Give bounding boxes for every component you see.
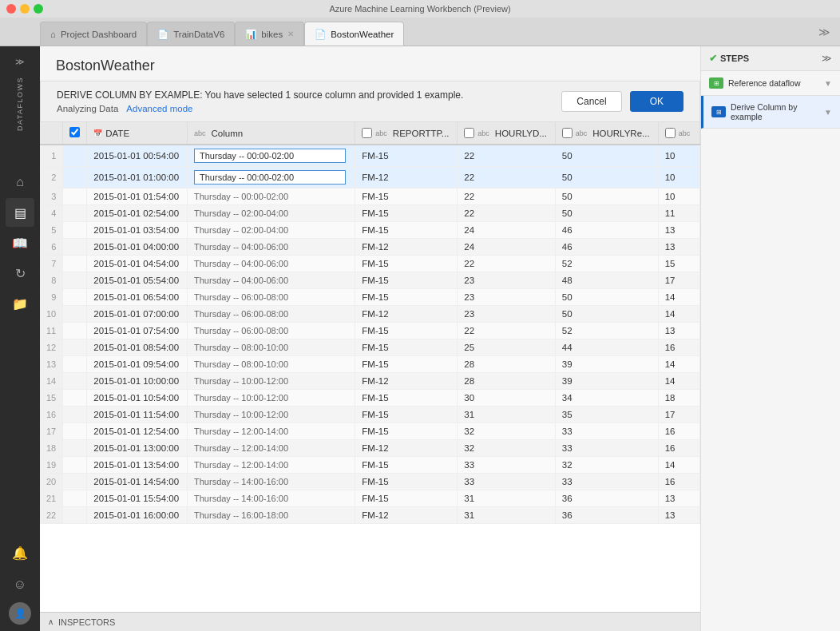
row-number: 2 — [40, 167, 63, 189]
tab-train-data-v6[interactable]: 📄 TrainDataV6 — [147, 22, 235, 46]
tab-boston-weather[interactable]: 📄 BostonWeather — [304, 22, 404, 46]
hourlyre-checkbox[interactable] — [562, 128, 573, 138]
advanced-mode-link[interactable]: Advanced mode — [126, 104, 192, 113]
cell-hourlyre: 50 — [555, 167, 658, 189]
col6-header: abc — [658, 122, 699, 145]
table-row: 222015-01-01 16:00:00Thursday -- 16:00-1… — [40, 507, 700, 524]
cell-reporttp: FM-15 — [355, 339, 458, 356]
table-row: 32015-01-01 01:54:00Thursday -- 00:00-02… — [40, 189, 700, 205]
table-row: 212015-01-01 15:54:00Thursday -- 14:00-1… — [40, 490, 700, 507]
cell-hourlyre: 34 — [555, 390, 658, 407]
sidebar-icon-book[interactable]: 📖 — [6, 228, 34, 257]
cell-date: 2015-01-01 07:00:00 — [87, 306, 188, 323]
sidebar-icon-layers[interactable]: ▤ — [6, 198, 34, 227]
sidebar-icon-home[interactable]: ⌂ — [6, 168, 34, 196]
dataflows-label: DATAFLOWS — [16, 77, 24, 131]
cell-hourlyre: 44 — [555, 339, 658, 356]
cell-column: Thursday -- 08:00-10:00 — [188, 356, 355, 373]
sidebar-icon-history[interactable]: ↻ — [6, 259, 34, 288]
sidebar-icon-bell[interactable]: 🔔 — [6, 538, 34, 567]
cell-col6: 16 — [658, 440, 699, 457]
cell-col6: 10 — [658, 145, 699, 167]
tab-bikes[interactable]: 📊 bikes ✕ — [235, 22, 304, 46]
cell-date: 2015-01-01 02:54:00 — [87, 205, 188, 222]
cell-reporttp: FM-15 — [355, 272, 458, 289]
row-number: 22 — [40, 507, 63, 524]
column-text: Thursday -- 08:00-10:00 — [194, 359, 288, 369]
cell-date: 2015-01-01 03:54:00 — [87, 222, 188, 239]
row-number: 13 — [40, 356, 63, 373]
collapse-tabs-button[interactable]: ≫ — [812, 26, 837, 38]
cell-reporttp: FM-15 — [355, 457, 458, 474]
inspectors-label: INSPECTORS — [58, 617, 115, 627]
close-icon[interactable]: ✕ — [287, 30, 294, 38]
traffic-lights — [6, 4, 43, 14]
step-derive-column[interactable]: ⊞ Derive Column by example ▼ — [701, 96, 840, 129]
cell-hourlyre: 36 — [555, 507, 658, 524]
cell-date: 2015-01-01 04:54:00 — [87, 256, 188, 272]
cell-column: Thursday -- 10:00-12:00 — [188, 390, 355, 407]
cell-hourlyd: 22 — [458, 189, 555, 205]
row-number: 21 — [40, 490, 63, 507]
table-row: 122015-01-01 08:54:00Thursday -- 08:00-1… — [40, 339, 700, 356]
step-derive-column-dropdown[interactable]: ▼ — [824, 108, 832, 117]
column-input-field[interactable] — [194, 170, 346, 185]
cell-column[interactable] — [188, 145, 355, 167]
sidebar-icon-file[interactable]: 📁 — [6, 289, 34, 318]
cell-col6: 14 — [658, 306, 699, 323]
cell-reporttp: FM-12 — [355, 167, 458, 189]
inspectors-bar: ∧ INSPECTORS — [40, 612, 700, 631]
row-number: 12 — [40, 339, 63, 356]
step-ref-dataflow-dropdown[interactable]: ▼ — [824, 79, 832, 88]
row-number: 16 — [40, 407, 63, 423]
row-number: 8 — [40, 272, 63, 289]
cell-date: 2015-01-01 06:54:00 — [87, 289, 188, 306]
sidebar-icon-smiley[interactable]: ☺ — [6, 570, 34, 599]
maximize-button[interactable] — [34, 4, 43, 14]
analyzing-data-link[interactable]: Analyzing Data — [57, 104, 118, 113]
row-number: 6 — [40, 239, 63, 256]
close-button[interactable] — [6, 4, 16, 14]
sidebar-collapse-button[interactable]: ≫ — [15, 56, 25, 67]
tab-project-dashboard[interactable]: ⌂ Project Dashboard — [40, 22, 147, 46]
cell-column[interactable] — [188, 167, 355, 189]
row-number: 3 — [40, 189, 63, 205]
window-title: Azure Machine Learning Workbench (Previe… — [329, 4, 510, 14]
cell-date: 2015-01-01 16:00:00 — [87, 507, 188, 524]
derive-banner: DERIVE COLUMN BY EXAMPLE: You have selec… — [40, 81, 700, 122]
column-text: Thursday -- 04:00-06:00 — [194, 242, 288, 252]
cell-hourlyd: 22 — [458, 256, 555, 272]
avatar[interactable]: 👤 — [9, 602, 31, 625]
steps-expand-button[interactable]: ≫ — [822, 53, 832, 64]
hourlyd-checkbox[interactable] — [464, 128, 474, 138]
cell-hourlyre: 32 — [555, 457, 658, 474]
calendar-icon: 📅 — [93, 129, 102, 137]
left-sidebar: ≫ DATAFLOWS ⌂ ▤ 📖 ↻ 📁 🔔 ☺ 👤 — [0, 46, 40, 631]
cancel-button[interactable]: Cancel — [561, 91, 621, 112]
table-row: 112015-01-01 07:54:00Thursday -- 06:00-0… — [40, 323, 700, 339]
cell-hourlyd: 23 — [458, 272, 555, 289]
sidebar-icons: ⌂ ▤ 📖 ↻ 📁 — [6, 136, 34, 318]
data-table-container[interactable]: 📅 DATE abc Column — [40, 122, 700, 612]
cell-col6: 14 — [658, 356, 699, 373]
cell-column: Thursday -- 10:00-12:00 — [188, 373, 355, 390]
cell-hourlyd: 24 — [458, 239, 555, 256]
cell-hourlyd: 32 — [458, 423, 555, 440]
date-checkbox[interactable] — [69, 127, 80, 137]
minimize-button[interactable] — [20, 4, 30, 14]
ok-button[interactable]: OK — [630, 91, 683, 112]
cell-date: 2015-01-01 04:00:00 — [87, 239, 188, 256]
column-input-field[interactable] — [194, 149, 346, 163]
col6-checkbox[interactable] — [665, 128, 676, 138]
steps-check-icon: ✔ — [709, 53, 717, 64]
row-number: 9 — [40, 289, 63, 306]
cell-hourlyd: 22 — [458, 145, 555, 167]
cell-date: 2015-01-01 13:00:00 — [87, 440, 188, 457]
reporttp-checkbox[interactable] — [362, 128, 372, 138]
cell-date: 2015-01-01 01:54:00 — [87, 189, 188, 205]
main-layout: ≫ DATAFLOWS ⌂ ▤ 📖 ↻ 📁 🔔 ☺ 👤 — [0, 46, 840, 631]
chart-icon: 📊 — [245, 29, 256, 40]
row-number: 10 — [40, 306, 63, 323]
step-ref-dataflow[interactable]: ⊞ Reference dataflow ▼ — [701, 71, 840, 96]
cell-col6: 16 — [658, 474, 699, 490]
